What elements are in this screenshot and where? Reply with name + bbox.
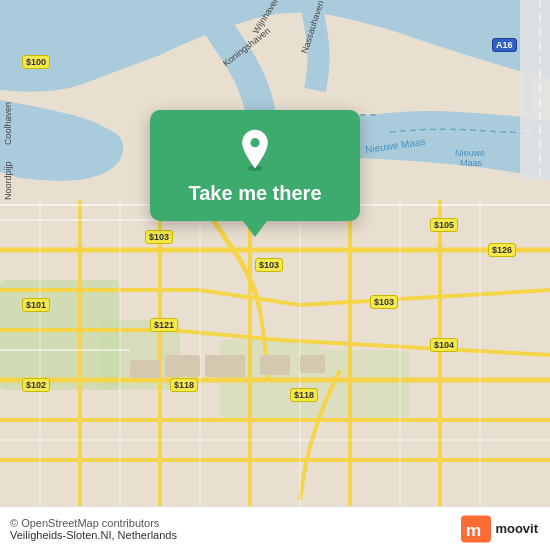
- moovit-logo-icon: m: [461, 515, 491, 543]
- attribution-text: © OpenStreetMap contributors: [10, 517, 177, 529]
- brand-attribution: Veiligheids-Sloten.NI, Netherlands: [10, 529, 177, 541]
- location-pin-icon: [233, 128, 277, 172]
- popup-card[interactable]: Take me there: [150, 110, 360, 221]
- brand-name: moovit: [495, 521, 538, 536]
- svg-point-40: [250, 138, 259, 147]
- map-background: [0, 0, 550, 550]
- svg-rect-20: [520, 0, 550, 180]
- svg-rect-34: [165, 355, 200, 377]
- bottom-bar: © OpenStreetMap contributors Veiligheids…: [0, 506, 550, 550]
- popup-label: Take me there: [188, 182, 321, 205]
- svg-rect-36: [260, 355, 290, 375]
- map-container: $100 $101 $102 $103 $103 $103 $105 $121 …: [0, 0, 550, 550]
- moovit-brand: m moovit: [461, 515, 538, 543]
- attribution: © OpenStreetMap contributors Veiligheids…: [10, 517, 177, 541]
- svg-rect-35: [205, 355, 245, 377]
- osm-credit: © OpenStreetMap contributors: [10, 517, 159, 529]
- svg-text:m: m: [466, 520, 481, 540]
- svg-rect-33: [130, 360, 160, 378]
- svg-rect-37: [300, 355, 325, 373]
